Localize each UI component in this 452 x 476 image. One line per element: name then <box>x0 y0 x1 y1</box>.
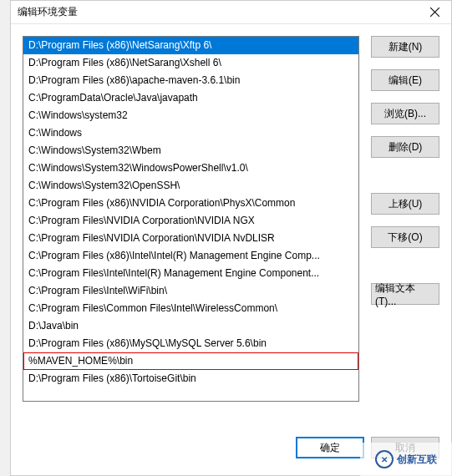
list-item[interactable]: C:\Program Files\Intel\Intel(R) Manageme… <box>23 265 358 282</box>
list-item[interactable]: C:\Program Files\Common Files\Intel\Wire… <box>23 300 358 317</box>
close-button[interactable] <box>418 1 451 24</box>
background-strip <box>0 0 10 476</box>
spacer <box>371 170 439 181</box>
list-item[interactable]: D:\Program Files (x86)\apache-maven-3.6.… <box>23 72 358 89</box>
list-item[interactable]: C:\Windows\System32\Wbem <box>23 142 358 160</box>
dialog-content: D:\Program Files (x86)\NetSarang\Xftp 6\… <box>11 24 451 402</box>
list-item[interactable]: C:\Program Files\Intel\WiFi\bin\ <box>23 282 358 300</box>
move-up-button[interactable]: 上移(U) <box>371 193 439 215</box>
list-item[interactable]: C:\Windows <box>23 124 358 142</box>
list-item[interactable]: C:\Windows\system32 <box>23 107 358 124</box>
cancel-button[interactable]: 取消 <box>371 437 439 458</box>
dialog-title: 编辑环境变量 <box>18 5 78 19</box>
browse-button[interactable]: 浏览(B)... <box>371 103 439 124</box>
list-item[interactable]: C:\Program Files\NVIDIA Corporation\NVID… <box>23 212 358 230</box>
list-item[interactable]: C:\Windows\System32\WindowsPowerShell\v1… <box>23 160 358 177</box>
list-item[interactable]: C:\Program Files (x86)\Intel\Intel(R) Ma… <box>23 247 358 265</box>
edit-env-var-dialog: 编辑环境变量 D:\Program Files (x86)\NetSarang\… <box>10 0 452 476</box>
edit-button[interactable]: 编辑(E) <box>371 69 439 91</box>
list-item[interactable]: D:\Program Files (x86)\NetSarang\Xftp 6\ <box>23 37 358 54</box>
list-item[interactable]: %MAVEN_HOME%\bin <box>23 352 358 370</box>
close-icon <box>430 8 439 17</box>
list-item[interactable]: C:\Windows\System32\OpenSSH\ <box>23 177 358 195</box>
list-item[interactable]: D:\Java\bin <box>23 317 358 335</box>
titlebar: 编辑环境变量 <box>11 1 451 24</box>
dialog-footer: 确定 取消 <box>296 437 439 458</box>
list-item[interactable]: D:\Program Files (x86)\MySQL\MySQL Serve… <box>23 335 358 352</box>
list-item[interactable]: C:\Program Files\NVIDIA Corporation\NVID… <box>23 230 358 247</box>
delete-button[interactable]: 删除(D) <box>371 136 439 158</box>
edit-text-button[interactable]: 编辑文本(T)... <box>371 283 439 305</box>
side-buttons: 新建(N) 编辑(E) 浏览(B)... 删除(D) 上移(U) 下移(O) 编… <box>371 36 439 402</box>
path-listbox[interactable]: D:\Program Files (x86)\NetSarang\Xftp 6\… <box>23 36 359 402</box>
list-item[interactable]: C:\ProgramData\Oracle\Java\javapath <box>23 89 358 107</box>
list-item[interactable]: D:\Program Files (x86)\NetSarang\Xshell … <box>23 54 358 72</box>
spacer <box>371 260 439 271</box>
list-item[interactable]: C:\Program Files (x86)\NVIDIA Corporatio… <box>23 195 358 212</box>
move-down-button[interactable]: 下移(O) <box>371 226 439 248</box>
ok-button[interactable]: 确定 <box>296 437 364 458</box>
new-button[interactable]: 新建(N) <box>371 36 439 58</box>
list-item[interactable]: D:\Program Files (x86)\TortoiseGit\bin <box>23 370 358 387</box>
